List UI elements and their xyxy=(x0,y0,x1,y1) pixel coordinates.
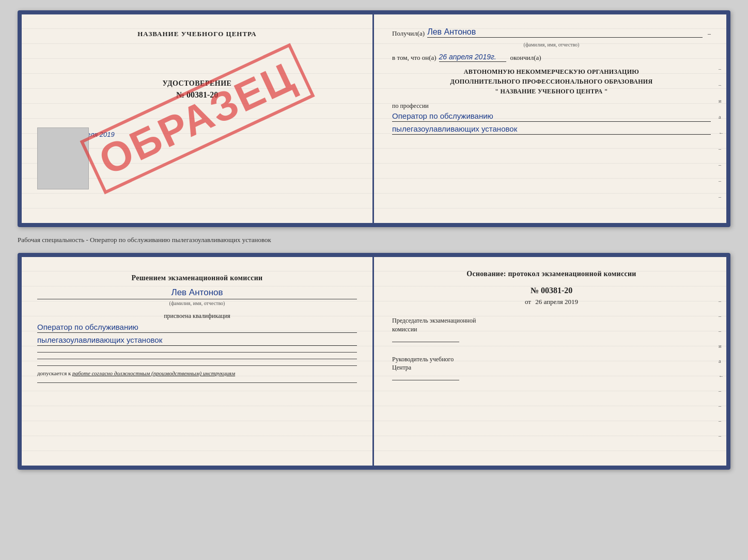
vtom-row: в том, что он(а) 26 апреля 2019г. окончи… xyxy=(392,53,711,62)
bottom-right-page: Основание: протокол экзаменационной коми… xyxy=(374,257,726,466)
photo-placeholder xyxy=(37,127,89,189)
profession-line2: пылегазоулавливающих установок xyxy=(392,124,711,135)
ot-label: от xyxy=(525,298,531,306)
vtom-date: 26 апреля 2019г. xyxy=(439,53,506,62)
org-line1: АВТОНОМНУЮ НЕКОММЕРЧЕСКУЮ ОРГАНИЗАЦИЮ xyxy=(392,67,711,77)
poluchil-label: Получил(a) xyxy=(392,29,425,38)
separator-text: Рабочая специальность - Оператор по обсл… xyxy=(18,233,730,247)
diploma-top-spread: НАЗВАНИЕ УЧЕБНОГО ЦЕНТРА ОБРАЗЕЦ УДОСТОВ… xyxy=(18,10,730,227)
diploma-right-page: Получил(a) Лев Антонов – (фамилия, имя, … xyxy=(374,14,726,223)
protocol-number: № 00381-20 xyxy=(392,286,711,295)
chairman-signature-line xyxy=(392,342,459,342)
rukovoditel-label: Руководитель учебного Центра xyxy=(392,355,711,373)
blank-line-2 xyxy=(37,359,357,359)
protocol-date: от 26 апреля 2019 xyxy=(392,298,711,306)
qual-line2: пылегазоулавливающих установок xyxy=(37,335,357,346)
obrazets-watermark: ОБРАЗЕЦ xyxy=(80,43,315,195)
assigned-text: присвоена квалификация xyxy=(37,312,357,320)
допускается-row: допускается к работе согласно должностны… xyxy=(37,370,357,376)
poluchil-value: Лев Антонов xyxy=(427,27,703,38)
document-container: НАЗВАНИЕ УЧЕБНОГО ЦЕНТРА ОБРАЗЕЦ УДОСТОВ… xyxy=(18,10,730,470)
side-marks-top: – – и а ← – – – – xyxy=(719,66,724,200)
vydano-row: Выдано 26 апреля 2019 xyxy=(42,131,357,139)
commission-name: Лев Антонов xyxy=(37,287,357,298)
dash-after-fio: – xyxy=(708,30,711,38)
diploma-left-page: НАЗВАНИЕ УЧЕБНОГО ЦЕНТРА ОБРАЗЕЦ УДОСТОВ… xyxy=(22,14,374,223)
org-line2: ДОПОЛНИТЕЛЬНОГО ПРОФЕССИОНАЛЬНОГО ОБРАЗО… xyxy=(392,77,711,87)
commission-name-sub: (фамилия, имя, отчество) xyxy=(37,299,357,306)
side-marks-bottom: – – – и а ← – – – – xyxy=(719,298,724,439)
chairman-block: Председатель экзаменационной комиссии xyxy=(392,316,711,342)
blank-line-1 xyxy=(37,352,357,353)
fio-sub-label: (фамилия, имя, отчество) xyxy=(392,42,711,47)
udostoverenie-label: УДОСТОВЕРЕНИЕ xyxy=(37,79,357,88)
bottom-left-page: Решением экзаменационной комиссии Лев Ан… xyxy=(22,257,374,466)
blank-line-4 xyxy=(37,382,357,383)
left-title: НАЗВАНИЕ УЧЕБНОГО ЦЕНТРА xyxy=(37,30,357,38)
rukovoditel-signature-line xyxy=(392,380,459,380)
rukovoditel-block: Руководитель учебного Центра xyxy=(392,355,711,381)
допускается-value: работе согласно должностным (производств… xyxy=(72,370,235,376)
diploma-bottom-spread: Решением экзаменационной комиссии Лев Ан… xyxy=(18,253,730,470)
okonchil-label: окончил(а) xyxy=(510,54,541,62)
допускается-label: допускается к xyxy=(37,370,71,376)
commission-title: Решением экзаменационной комиссии xyxy=(37,273,357,283)
ot-date: 26 апреля 2019 xyxy=(535,298,578,306)
qual-line1: Оператор по обслуживанию xyxy=(37,323,357,333)
org-line3: " НАЗВАНИЕ УЧЕБНОГО ЦЕНТРА " xyxy=(392,87,711,97)
vtom-label: в том, что он(а) xyxy=(392,54,437,62)
osnovaniye-title: Основание: протокол экзаменационной коми… xyxy=(392,270,711,278)
profession-line1: Оператор по обслуживанию xyxy=(392,111,711,122)
udostoverenie-nomer: № 00381-20 xyxy=(37,90,357,100)
org-block: АВТОНОМНУЮ НЕКОММЕРЧЕСКУЮ ОРГАНИЗАЦИЮ ДО… xyxy=(392,67,711,97)
profession-label: по профессии xyxy=(392,102,711,110)
poluchil-row: Получил(a) Лев Антонов – xyxy=(392,27,711,38)
blank-line-3 xyxy=(37,365,357,366)
chairman-label: Председатель экзаменационной комиссии xyxy=(392,316,711,334)
